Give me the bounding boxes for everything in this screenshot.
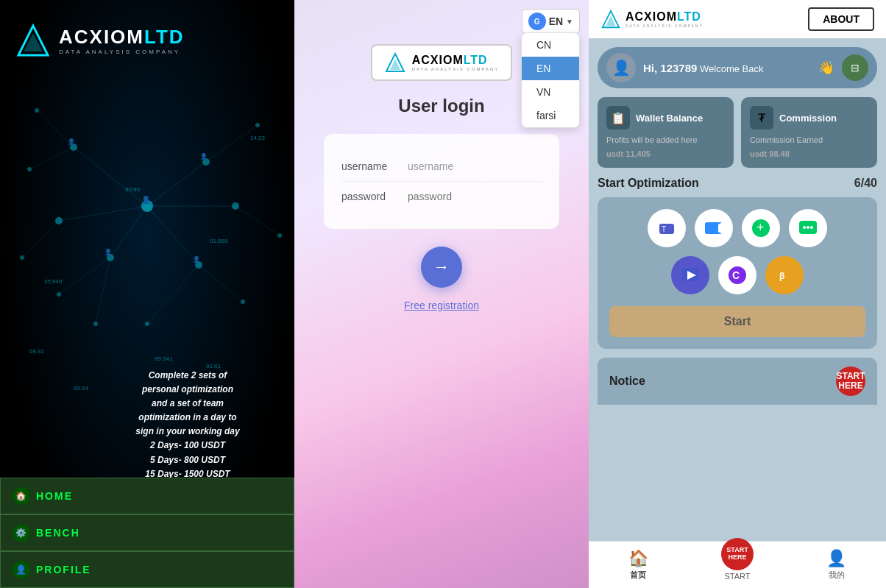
tab-home-label: 首页 [630,570,646,581]
svg-text:β: β [779,271,784,281]
svg-point-25 [57,292,61,297]
commission-card: ₮ Commission Commission Earned usdt 98.4… [741,97,877,168]
svg-text:T: T [662,225,666,233]
language-selector[interactable]: G EN ▼ [522,9,580,34]
username-label: username [341,160,408,172]
start-button[interactable]: Start [609,306,865,337]
lang-option-cn[interactable]: CN [522,33,579,57]
commission-unit: usdt [750,149,769,158]
svg-line-11 [199,265,243,302]
svg-text:👤: 👤 [193,255,200,263]
lang-option-en[interactable]: EN [522,57,579,80]
center-logo-text: ACXIOMLTD [412,54,500,67]
svg-line-13 [22,221,59,258]
nav-bench-button[interactable]: ⚙️ BENCH [0,514,294,551]
language-dropdown: CN EN VN farsi [521,32,580,128]
tab-home[interactable]: 🏠 首页 [589,546,688,584]
svg-text:89.94: 89.94 [74,385,89,392]
right-header: ACXIOMLTD DATA ANALYSIS COMPANY ABOUT [589,0,886,38]
svg-point-30 [277,233,282,238]
wallet-header: 📋 Wallet Balance [606,106,725,130]
home-tab-icon: 🏠 [628,549,648,568]
free-registration-link[interactable]: Free registration [404,300,479,311]
nav-profile-label: PROFILE [36,564,91,575]
svg-point-20 [55,217,63,224]
right-content: 👤 Hi, 123789 Welcome Back 👋 ⊟ 📋 Wallet B… [589,38,886,541]
nav-home-button[interactable]: 🏠 HOME [0,478,294,514]
svg-point-23 [27,167,32,171]
svg-line-14 [235,206,280,235]
nav-home-label: HOME [36,490,73,502]
optimization-title: Start Optimization [598,177,699,190]
tab-start[interactable]: STARTHERE START [688,547,787,584]
svg-point-29 [20,255,24,260]
wave-icon: 👋 [818,60,834,76]
svg-point-27 [241,300,245,304]
lang-option-farsi[interactable]: farsi [522,104,579,127]
svg-text:14.23: 14.23 [250,135,266,141]
arrow-icon: → [433,258,450,277]
svg-point-22 [35,108,39,113]
canva-icon[interactable]: C [718,256,756,294]
wallet-value: usdt 11,405 [606,147,725,159]
wallet-icon: 📋 [606,106,630,130]
app-icons-row-1: T + [609,209,865,247]
chevron-down-icon: ▼ [566,18,573,26]
promo-text: Complete 2 sets ofpersonal optimizationa… [88,369,287,482]
lang-current: EN [549,15,563,27]
welcome-username: Hi, 123789 [643,62,697,74]
avatar: 👤 [606,53,636,82]
record-icon[interactable] [671,256,709,294]
commission-icon: ₮ [750,106,773,130]
center-logo-sub: DATA ANALYSIS COMPANY [412,67,500,71]
svg-text:89.341: 89.341 [155,355,173,362]
svg-point-28 [145,322,149,326]
password-row: password [341,182,542,211]
svg-line-8 [206,125,258,162]
password-input[interactable] [408,191,542,202]
add-contact-icon[interactable]: + [742,209,780,247]
svg-point-21 [232,202,239,210]
bench-icon: ⚙️ [13,524,30,542]
right-logo-icon [600,9,621,29]
zoom-icon[interactable] [695,209,733,247]
svg-text:35,946: 35,946 [44,278,63,285]
center-panel: G EN ▼ CN EN VN farsi ACXIOMLTD DATA ANA… [294,0,589,588]
svg-text:👤: 👤 [141,195,151,205]
svg-point-58 [803,226,806,229]
commission-desc: Commission Earned [750,135,868,144]
username-input[interactable] [408,160,542,172]
notice-bar: Notice STARTHERE [598,358,877,405]
about-button[interactable]: ABOUT [808,7,874,31]
username-row: username [341,152,542,182]
logo-icon [15,22,52,59]
optimization-header: Start Optimization 6/40 [598,177,877,190]
svg-line-9 [59,258,110,294]
lang-option-vn[interactable]: VN [522,80,579,104]
svg-rect-54 [705,222,718,234]
nav-profile-button[interactable]: 👤 PROFILE [0,551,294,588]
profile-tab-icon: 👤 [826,549,846,568]
logout-icon[interactable]: ⊟ [842,54,868,81]
tab-profile[interactable]: 👤 我的 [787,546,886,584]
beta-icon[interactable]: β [765,256,804,294]
notice-title: Notice [609,375,836,388]
svg-text:👤: 👤 [104,248,112,255]
wallet-desc: Profits will be added here [606,135,725,144]
right-panel: ACXIOMLTD DATA ANALYSIS COMPANY ABOUT 👤 … [589,0,886,588]
svg-text:👤: 👤 [68,138,75,145]
center-logo-icon [384,52,406,74]
left-logo: ACXIOMLTD DATA ANALYSIS COMPANY [15,22,185,59]
teams-icon[interactable]: T [648,209,686,247]
svg-point-60 [810,226,813,229]
chat-icon[interactable] [789,209,827,247]
commission-value: usdt 98.48 [750,147,868,159]
submit-button[interactable]: → [421,247,462,288]
wallet-title: Wallet Balance [636,113,703,124]
app-icons-row-2: C β [609,256,865,294]
right-logo-text: ACXIOMLTD [625,10,704,24]
logo-ltd: LTD [144,26,185,48]
bottom-tabs: 🏠 首页 STARTHERE START 👤 我的 [589,541,886,588]
right-logo: ACXIOMLTD DATA ANALYSIS COMPANY [600,9,704,29]
login-title: User login [398,96,484,116]
